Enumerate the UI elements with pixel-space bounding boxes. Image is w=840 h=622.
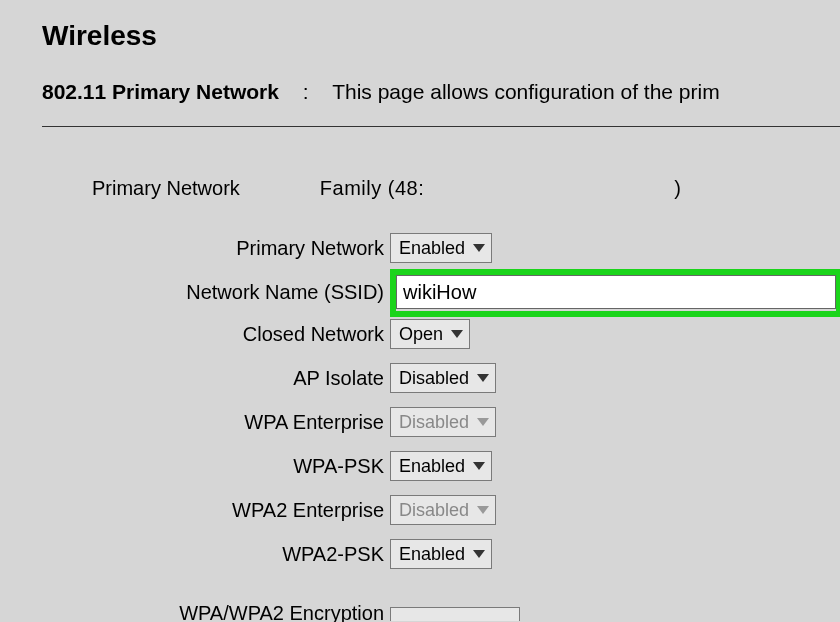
wpa-enterprise-row: WPA Enterprise Disabled: [42, 404, 840, 440]
wpa2-enterprise-select: Disabled: [390, 495, 496, 525]
encryption-label: WPA/WPA2 Encryption: [42, 602, 390, 622]
chevron-down-icon: [473, 550, 485, 558]
wpa-enterprise-select: Disabled: [390, 407, 496, 437]
wpa2-enterprise-row: WPA2 Enterprise Disabled: [42, 492, 840, 528]
chevron-down-icon: [451, 330, 463, 338]
ssid-input[interactable]: [396, 275, 836, 309]
primary-network-select[interactable]: Enabled: [390, 233, 492, 263]
summary-paren: ): [674, 177, 681, 200]
wpa-psk-row: WPA-PSK Enabled: [42, 448, 840, 484]
chevron-down-icon: [473, 244, 485, 252]
wpa-psk-label: WPA-PSK: [42, 455, 390, 478]
wpa2-enterprise-label: WPA2 Enterprise: [42, 499, 390, 522]
network-summary: Primary Network Family (48: ): [92, 177, 840, 200]
summary-label: Primary Network: [92, 177, 240, 200]
chevron-down-icon: [477, 506, 489, 514]
primary-network-row: Primary Network Enabled: [42, 230, 840, 266]
ap-isolate-select[interactable]: Disabled: [390, 363, 496, 393]
ssid-label: Network Name (SSID): [42, 281, 390, 304]
ap-isolate-label: AP Isolate: [42, 367, 390, 390]
wireless-config-page: Wireless 802.11 Primary Network : This p…: [0, 0, 840, 622]
wpa2-psk-select[interactable]: Enabled: [390, 539, 492, 569]
chevron-down-icon: [473, 462, 485, 470]
summary-value: Family (48:: [320, 177, 424, 200]
closed-network-label: Closed Network: [42, 323, 390, 346]
divider: [42, 126, 840, 127]
page-title: Wireless: [42, 20, 840, 52]
chevron-down-icon: [477, 418, 489, 426]
primary-network-label: Primary Network: [42, 237, 390, 260]
wpa-enterprise-label: WPA Enterprise: [42, 411, 390, 434]
closed-network-select[interactable]: Open: [390, 319, 470, 349]
wpa-psk-select[interactable]: Enabled: [390, 451, 492, 481]
ap-isolate-row: AP Isolate Disabled: [42, 360, 840, 396]
encryption-select-partial[interactable]: [390, 607, 520, 621]
page-subtitle: 802.11 Primary Network : This page allow…: [42, 80, 840, 104]
ssid-row: Network Name (SSID): [42, 274, 840, 310]
chevron-down-icon: [477, 374, 489, 382]
wpa2-psk-label: WPA2-PSK: [42, 543, 390, 566]
subtitle-heading: 802.11 Primary Network: [42, 80, 279, 103]
encryption-row-partial: WPA/WPA2 Encryption: [42, 602, 840, 622]
closed-network-row: Closed Network Open: [42, 316, 840, 352]
wpa2-psk-row: WPA2-PSK Enabled: [42, 536, 840, 572]
subtitle-description: This page allows configuration of the pr…: [332, 80, 720, 103]
